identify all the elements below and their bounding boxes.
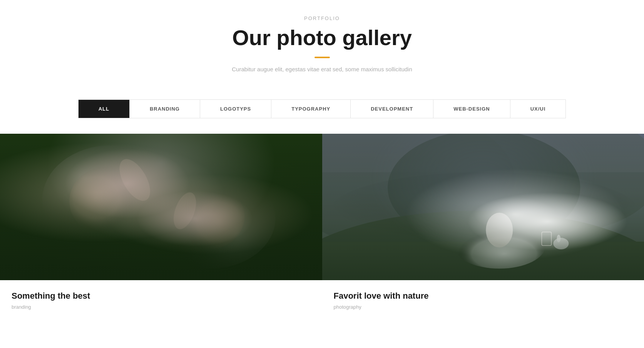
gallery-grid: Something the best branding xyxy=(0,134,644,326)
caption-title-1: Something the best xyxy=(12,291,311,301)
svg-rect-0 xyxy=(0,134,322,280)
svg-rect-8 xyxy=(322,134,644,280)
svg-point-20 xyxy=(557,235,560,242)
svg-rect-18 xyxy=(542,232,551,245)
caption-category-2: photography xyxy=(334,304,633,310)
svg-point-15 xyxy=(330,172,638,249)
gallery-item-1[interactable]: Something the best branding xyxy=(0,134,322,326)
svg-point-6 xyxy=(113,154,156,206)
svg-point-7 xyxy=(169,189,201,232)
gallery-image-1 xyxy=(0,134,322,280)
gallery-image-1-svg xyxy=(0,134,322,280)
header-section: PORTFOLIO Our photo gallery Curabitur au… xyxy=(0,0,644,84)
caption-category-1: branding xyxy=(12,304,311,310)
caption-title-2: Favorit love with nature xyxy=(334,291,633,301)
filter-tab-all[interactable]: ALL xyxy=(79,100,130,118)
svg-rect-14 xyxy=(322,172,644,242)
filter-tabs: ALL BRANDING LOGOTYPS TYPOGRAPHY DEVELOP… xyxy=(78,99,566,118)
svg-point-10 xyxy=(445,134,644,234)
svg-point-16 xyxy=(453,222,545,269)
svg-point-12 xyxy=(322,211,644,280)
svg-rect-13 xyxy=(322,242,644,280)
filter-tab-development[interactable]: DEVELOPMENT xyxy=(351,100,433,118)
page-container: PORTFOLIO Our photo gallery Curabitur au… xyxy=(0,0,644,326)
svg-point-4 xyxy=(69,166,146,236)
subtitle-text: Curabitur augue elit, egestas vitae erat… xyxy=(8,66,636,72)
gallery-image-2-svg xyxy=(322,134,644,280)
filter-tab-typography[interactable]: TYPOGRAPHY xyxy=(271,100,351,118)
portfolio-label: PORTFOLIO xyxy=(8,15,636,21)
svg-rect-1 xyxy=(0,134,322,280)
filter-tab-ux-ui[interactable]: UX/UI xyxy=(510,100,566,118)
svg-point-3 xyxy=(144,168,275,269)
svg-point-19 xyxy=(553,238,569,249)
svg-point-9 xyxy=(322,134,515,249)
filter-tab-logotyps[interactable]: LOGOTYPS xyxy=(200,100,271,118)
filter-tab-web-design[interactable]: WEB-DESIGN xyxy=(433,100,510,118)
svg-point-17 xyxy=(486,213,513,247)
gallery-caption-1: Something the best branding xyxy=(0,280,322,326)
gallery-caption-2: Favorit love with nature photography xyxy=(322,280,644,326)
gallery-title: Our photo gallery xyxy=(8,26,636,50)
svg-point-11 xyxy=(388,134,580,245)
title-divider xyxy=(314,57,330,58)
gallery-image-2 xyxy=(322,134,644,280)
svg-point-2 xyxy=(42,145,181,253)
gallery-item-2[interactable]: Favorit love with nature photography xyxy=(322,134,644,326)
svg-point-5 xyxy=(171,184,244,249)
filter-tab-branding[interactable]: BRANDING xyxy=(130,100,200,118)
